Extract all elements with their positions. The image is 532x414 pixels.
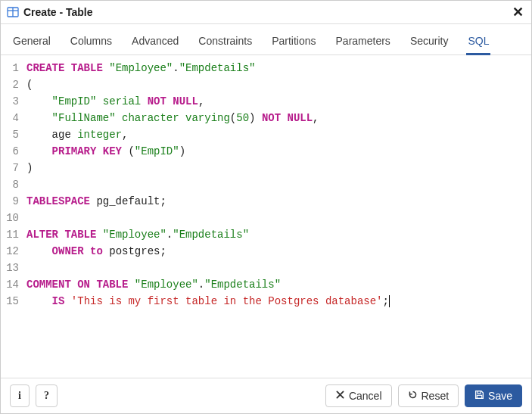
cancel-button[interactable]: Cancel xyxy=(325,384,392,407)
code-line: age integer, xyxy=(26,126,524,143)
tab-partitions[interactable]: Partitions xyxy=(270,29,317,55)
tab-security[interactable]: Security xyxy=(409,29,450,55)
close-icon xyxy=(335,390,345,402)
tab-sql[interactable]: SQL xyxy=(466,29,490,55)
tab-general[interactable]: General xyxy=(11,29,52,55)
code-line: OWNER to postgres; xyxy=(26,243,524,260)
table-icon xyxy=(7,6,19,18)
sql-editor[interactable]: 123456789101112131415 CREATE TABLE "Empl… xyxy=(1,55,531,366)
code-line: ALTER TABLE "Employee"."Empdetails" xyxy=(26,226,524,243)
footer-bar: i ? Cancel Reset Save xyxy=(1,378,531,413)
code-line: ) xyxy=(26,160,524,176)
svg-rect-3 xyxy=(478,391,481,394)
code-area[interactable]: CREATE TABLE "Employee"."Empdetails"( "E… xyxy=(26,60,531,366)
tab-constraints[interactable]: Constraints xyxy=(197,29,254,55)
code-line: TABLESPACE pg_default; xyxy=(26,193,524,210)
reset-button[interactable]: Reset xyxy=(398,384,459,407)
line-gutter: 123456789101112131415 xyxy=(1,60,26,366)
code-line: IS 'This is my first table in the Postgr… xyxy=(26,293,524,310)
dialog-title: Create - Table xyxy=(23,6,93,18)
close-icon[interactable]: ✕ xyxy=(512,5,524,19)
save-icon xyxy=(474,390,484,402)
code-line: ( xyxy=(26,76,524,93)
code-line xyxy=(26,260,524,276)
tab-advanced[interactable]: Advanced xyxy=(130,29,180,55)
titlebar: Create - Table ✕ xyxy=(1,1,531,24)
save-button[interactable]: Save xyxy=(465,384,522,407)
cancel-label: Cancel xyxy=(349,390,382,402)
tab-columns[interactable]: Columns xyxy=(69,29,114,55)
info-button[interactable]: i xyxy=(10,384,30,407)
reset-label: Reset xyxy=(422,390,450,402)
reset-icon xyxy=(408,390,418,402)
code-line xyxy=(26,176,524,193)
code-line: PRIMARY KEY ("EmpID") xyxy=(26,143,524,160)
tab-bar: GeneralColumnsAdvancedConstraintsPartiti… xyxy=(1,24,531,55)
save-label: Save xyxy=(488,390,512,402)
code-line: "FullName" character varying(50) NOT NUL… xyxy=(26,110,524,126)
code-line: COMMENT ON TABLE "Employee"."Empdetails" xyxy=(26,276,524,293)
help-button[interactable]: ? xyxy=(36,384,58,407)
code-line: CREATE TABLE "Employee"."Empdetails" xyxy=(26,60,524,76)
code-line: "EmpID" serial NOT NULL, xyxy=(26,93,524,110)
code-line xyxy=(26,210,524,226)
tab-parameters[interactable]: Parameters xyxy=(334,29,392,55)
